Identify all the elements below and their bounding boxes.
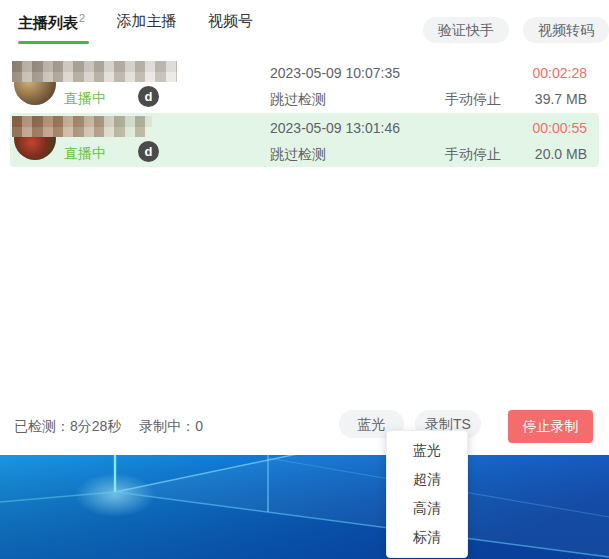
file-size: 39.7 MB bbox=[535, 91, 587, 107]
quality-option-high[interactable]: 高清 bbox=[387, 494, 467, 523]
tab-add-streamer[interactable]: 添加主播 bbox=[117, 12, 177, 42]
file-size: 20.0 MB bbox=[535, 146, 587, 162]
censored-name bbox=[12, 61, 177, 82]
manual-stop-toggle[interactable]: 手动停止 bbox=[445, 146, 501, 164]
streamer-row[interactable]: 直播中 d 2023-05-09 13:01:46 00:00:55 跳过检测 … bbox=[10, 113, 599, 167]
platform-d-icon: d bbox=[138, 86, 159, 107]
tab-streamer-list-label: 主播列表 bbox=[18, 14, 78, 31]
tab-streamer-list[interactable]: 主播列表2 bbox=[18, 12, 85, 44]
stop-record-button[interactable]: 停止录制 bbox=[508, 410, 593, 443]
censored-name bbox=[12, 116, 152, 137]
tab-add-streamer-label: 添加主播 bbox=[117, 12, 177, 29]
tab-video-account[interactable]: 视频号 bbox=[208, 12, 253, 42]
quality-dropdown-menu: 蓝光 超清 高清 标清 bbox=[386, 430, 468, 558]
streamer-list: 直播中 d 2023-05-09 10:07:35 00:02:28 跳过检测 … bbox=[0, 58, 609, 167]
footer-bar: 已检测：8分28秒录制中：0 蓝光 录制TS 停止录制 bbox=[0, 408, 609, 455]
record-duration: 00:02:28 bbox=[533, 65, 588, 81]
active-tab-underline bbox=[18, 41, 89, 44]
windows-desktop-wallpaper bbox=[0, 455, 609, 559]
skip-check-toggle[interactable]: 跳过检测 bbox=[270, 146, 326, 164]
live-status-label: 直播中 bbox=[64, 145, 106, 163]
platform-d-icon: d bbox=[138, 141, 159, 162]
live-status-label: 直播中 bbox=[64, 90, 106, 108]
verify-kuaishou-button[interactable]: 验证快手 bbox=[423, 17, 509, 43]
tab-bar: 主播列表2 添加主播 视频号 验证快手 视频转码 bbox=[0, 0, 609, 58]
quality-option-ultra[interactable]: 超清 bbox=[387, 465, 467, 494]
record-duration: 00:00:55 bbox=[533, 120, 588, 136]
manual-stop-toggle[interactable]: 手动停止 bbox=[445, 91, 501, 109]
quality-option-bluray[interactable]: 蓝光 bbox=[387, 436, 467, 465]
streamer-row[interactable]: 直播中 d 2023-05-09 10:07:35 00:02:28 跳过检测 … bbox=[10, 58, 599, 112]
recorder-app-window: 主播列表2 添加主播 视频号 验证快手 视频转码 直播中 d 2023-05-0… bbox=[0, 0, 609, 455]
streamer-count-badge: 2 bbox=[79, 12, 85, 24]
checked-duration-text: 已检测：8分28秒 bbox=[14, 418, 121, 434]
skip-check-toggle[interactable]: 跳过检测 bbox=[270, 91, 326, 109]
quality-option-standard[interactable]: 标清 bbox=[387, 523, 467, 552]
windows-logo-wallpaper bbox=[0, 455, 609, 559]
tab-video-account-label: 视频号 bbox=[208, 12, 253, 29]
start-time: 2023-05-09 13:01:46 bbox=[270, 120, 400, 136]
recording-count-text: 录制中：0 bbox=[139, 418, 203, 434]
screen: 主播列表2 添加主播 视频号 验证快手 视频转码 直播中 d 2023-05-0… bbox=[0, 0, 609, 559]
status-line: 已检测：8分28秒录制中：0 bbox=[14, 418, 221, 436]
start-time: 2023-05-09 10:07:35 bbox=[270, 65, 400, 81]
video-transcode-button[interactable]: 视频转码 bbox=[523, 17, 609, 43]
